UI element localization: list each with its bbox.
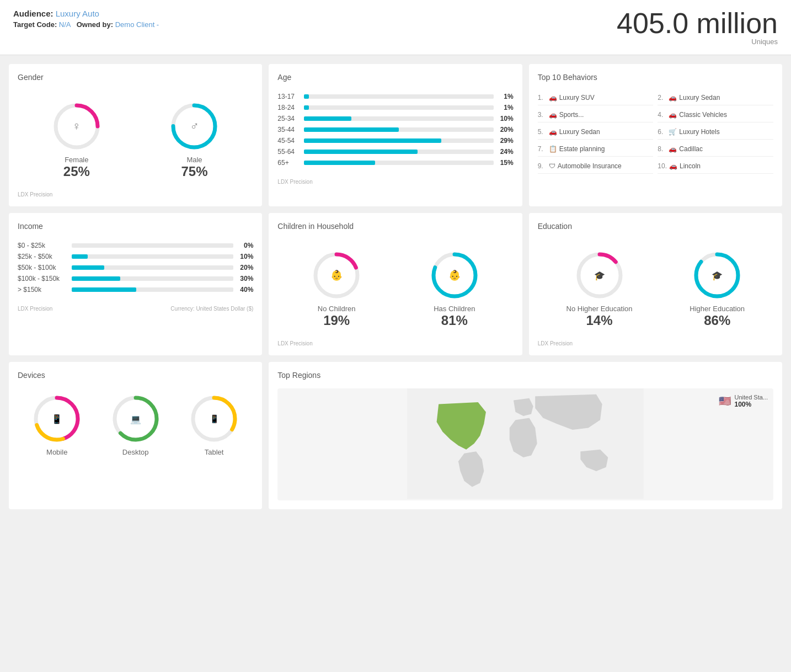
income-bar-track — [72, 287, 233, 292]
mobile-donut: 📱 — [32, 394, 82, 444]
income-bar-label: $0 - $25k — [18, 242, 67, 249]
bar-track — [304, 138, 493, 143]
behavior-label: Sports... — [559, 111, 584, 119]
mobile-label: Mobile — [32, 448, 82, 456]
behavior-icon: 🚗 — [549, 111, 557, 119]
age-bars: 13-17 1% 18-24 1% 25-34 10% 35-44 20% 45… — [277, 90, 513, 172]
no-higher-item: 🎓 No Higher Education 14% — [566, 250, 633, 328]
income-card: Income $0 - $25k 0% $25k - $50k 10% $50k… — [9, 213, 262, 355]
header-left: Audience: Luxury Auto Target Code: N/A O… — [13, 9, 159, 29]
male-item: ♂ Male 75% — [169, 102, 219, 179]
income-bar-pct: 20% — [238, 264, 253, 271]
income-bar-track — [72, 276, 233, 281]
behavior-num: 4. — [658, 111, 666, 119]
behavior-icon: 🛒 — [669, 128, 677, 136]
behavior-label: Cadillac — [679, 145, 703, 153]
behavior-icon: 🚗 — [669, 145, 677, 153]
behavior-item: 3. 🚗 Sports... — [538, 108, 654, 122]
behavior-label: Automobile Insurance — [558, 162, 622, 170]
female-item: ♀ Female 25% — [52, 102, 101, 179]
devices-title: Devices — [18, 371, 253, 380]
has-children-item: 👶 Has Children 81% — [430, 250, 479, 328]
devices-card: Devices 📱 Mobile — [9, 362, 262, 509]
female-donut: ♀ — [52, 102, 101, 151]
map-container: 🇺🇸 United Sta... 100% — [277, 388, 773, 500]
device-circles: 📱 Mobile 💻 Desktop — [18, 388, 253, 462]
behavior-icon: 🚗 — [669, 111, 677, 119]
male-label: Male — [169, 156, 219, 164]
has-children-donut: 👶 — [430, 250, 479, 300]
bar-label: 65+ — [277, 159, 300, 167]
age-ldx: LDX Precision — [277, 179, 513, 185]
bar-label: 35-44 — [277, 126, 300, 134]
bar-label: 55-64 — [277, 148, 300, 156]
us-flag: 🇺🇸 — [719, 395, 731, 407]
has-children-pct: 81% — [430, 313, 479, 328]
behavior-item: 6. 🛒 Luxury Hotels — [658, 125, 773, 140]
bar-pct: 29% — [498, 137, 514, 145]
age-bar-row: 45-54 29% — [277, 137, 513, 145]
no-higher-pct: 14% — [566, 313, 633, 328]
age-card: Age 13-17 1% 18-24 1% 25-34 10% 35-44 20… — [269, 64, 522, 206]
bar-pct: 20% — [498, 126, 514, 134]
target-value: N/A — [59, 20, 71, 29]
income-bar-row: $0 - $25k 0% — [18, 242, 253, 249]
bar-label: 45-54 — [277, 137, 300, 145]
income-bar-track — [72, 243, 233, 248]
edu-circles: 🎓 No Higher Education 14% 🎓 Higher Educa… — [538, 239, 773, 334]
age-bar-row: 13-17 1% — [277, 93, 513, 100]
bar-track — [304, 150, 493, 154]
higher-pct: 86% — [690, 313, 745, 328]
bar-track — [304, 94, 493, 99]
map-legend: 🇺🇸 United Sta... 100% — [719, 394, 768, 408]
target-label: Target Code: — [13, 20, 57, 29]
bar-fill — [304, 161, 375, 165]
tablet-label: Tablet — [189, 448, 239, 456]
behavior-icon: 🚗 — [669, 94, 677, 102]
behavior-label: Classic Vehicles — [679, 111, 727, 119]
audience-value: Luxury Auto — [56, 9, 99, 18]
income-ldx: LDX Precision — [18, 306, 52, 312]
behavior-item: 10. 🚗 Lincoln — [658, 159, 773, 174]
behavior-item: 4. 🚗 Classic Vehicles — [658, 108, 773, 122]
bar-fill — [304, 138, 441, 143]
children-ldx: LDX Precision — [277, 340, 513, 346]
income-bar-track — [72, 265, 233, 270]
owned-label: Owned by: — [77, 20, 113, 29]
female-pct: 25% — [52, 164, 101, 179]
age-title: Age — [277, 73, 513, 82]
has-children-label: Has Children — [430, 305, 479, 313]
no-higher-icon: 🎓 — [594, 270, 605, 281]
bar-track — [304, 116, 493, 121]
behaviors-title: Top 10 Behaviors — [538, 73, 773, 82]
behavior-num: 10. — [658, 162, 667, 170]
bar-fill — [304, 105, 309, 110]
behavior-icon: 🚗 — [549, 128, 557, 136]
income-bars: $0 - $25k 0% $25k - $50k 10% $50k - $100… — [18, 239, 253, 299]
age-bar-row: 35-44 20% — [277, 126, 513, 134]
behavior-label: Estate planning — [559, 145, 605, 153]
income-bar-fill — [72, 287, 136, 292]
bar-track — [304, 161, 493, 165]
male-donut: ♂ — [169, 102, 219, 151]
income-bar-fill — [72, 265, 104, 270]
audience-line: Audience: Luxury Auto — [13, 9, 159, 18]
female-label: Female — [52, 156, 101, 164]
mobile-icon: 📱 — [51, 414, 62, 424]
behavior-item: 2. 🚗 Luxury Sedan — [658, 90, 773, 105]
behavior-num: 3. — [538, 111, 547, 119]
income-bar-pct: 30% — [238, 275, 253, 282]
income-bar-row: $50k - $100k 20% — [18, 264, 253, 271]
behavior-num: 2. — [658, 94, 666, 102]
behavior-item: 8. 🚗 Cadillac — [658, 142, 773, 157]
children-title: Children in Household — [277, 222, 513, 231]
target-line: Target Code: N/A Owned by: Demo Client - — [13, 20, 159, 29]
behavior-item: 1. 🚗 Luxury SUV — [538, 90, 654, 105]
income-bar-label: $100k - $150k — [18, 275, 67, 282]
tablet-donut: 📱 — [189, 394, 239, 444]
mobile-item: 📱 Mobile — [32, 394, 82, 456]
behavior-label: Lincoln — [680, 162, 701, 170]
no-higher-donut: 🎓 — [575, 250, 624, 300]
bar-pct: 15% — [498, 159, 514, 167]
higher-donut: 🎓 — [692, 250, 742, 300]
